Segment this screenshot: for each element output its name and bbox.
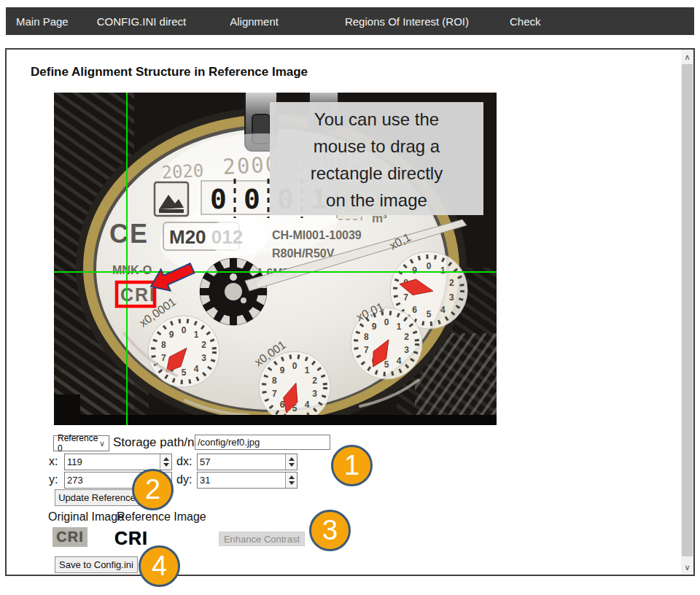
svg-text:1: 1: [305, 365, 310, 376]
dy-spinner[interactable]: [285, 472, 297, 488]
svg-text:3: 3: [404, 345, 409, 355]
svg-text:MNK-O: MNK-O: [112, 264, 152, 276]
spinner-up-icon[interactable]: [163, 457, 169, 461]
svg-text:CE: CE: [109, 219, 149, 249]
meter-star-wheel: [200, 258, 267, 325]
svg-text:9: 9: [169, 330, 174, 340]
svg-text:1: 1: [194, 330, 199, 340]
original-image-label: Original Image: [48, 510, 124, 524]
reference-select-value: Reference 0: [58, 433, 99, 454]
dx-input[interactable]: [197, 454, 298, 470]
scrollbar-up-icon[interactable]: ∧: [681, 50, 693, 64]
reference-image-thumbnail: CRI: [111, 526, 152, 551]
y-label: y:: [49, 473, 58, 486]
svg-text:8: 8: [272, 376, 277, 386]
frame-scrollbar[interactable]: ∧ ∨: [681, 50, 693, 575]
svg-text:2020: 2020: [161, 160, 204, 183]
svg-text:3: 3: [312, 389, 317, 399]
svg-text:1: 1: [397, 322, 402, 332]
dy-label: dy:: [176, 473, 192, 486]
spinner-up-icon[interactable]: [289, 457, 295, 461]
nav-item-regions-of-interest[interactable]: Regions Of Interest (ROI): [345, 15, 469, 28]
svg-text:4: 4: [397, 356, 402, 366]
nav-item-check[interactable]: Check: [510, 15, 541, 28]
callout-1: 1: [331, 445, 373, 486]
original-image-thumbnail: CRI: [52, 527, 88, 547]
x-spinner[interactable]: [160, 454, 171, 470]
svg-text:4: 4: [194, 364, 199, 374]
dy-input[interactable]: [197, 472, 298, 489]
nav-item-main-page[interactable]: Main Page: [16, 15, 69, 28]
update-reference-button[interactable]: Update Reference: [55, 489, 139, 506]
scrollbar-thumb[interactable]: [682, 64, 693, 556]
chevron-down-icon: ∨: [99, 439, 105, 448]
svg-text:5: 5: [182, 368, 187, 378]
svg-text:9: 9: [372, 322, 377, 332]
svg-text:0: 0: [244, 183, 260, 215]
svg-text:0: 0: [384, 317, 389, 327]
top-navbar: Main Page CONFIG.INI direct Alignment Re…: [6, 7, 694, 35]
svg-text:2: 2: [449, 278, 454, 288]
spinner-down-icon[interactable]: [289, 481, 295, 485]
svg-text:2: 2: [312, 376, 317, 386]
svg-text:2: 2: [404, 332, 409, 342]
svg-text:7: 7: [161, 353, 166, 363]
dx-spinner[interactable]: [285, 454, 297, 470]
dx-value-field[interactable]: [198, 454, 285, 470]
page-title: Define Alignment Structure in Reference …: [31, 65, 308, 79]
nav-item-config-ini-direct[interactable]: CONFIG.INI direct: [97, 15, 187, 28]
scrollbar-down-icon[interactable]: ∨: [681, 560, 693, 575]
callout-4: 4: [139, 545, 180, 587]
save-to-config-button[interactable]: Save to Config.ini: [55, 556, 138, 573]
svg-text:0: 0: [292, 361, 298, 371]
svg-text:R80H/R50V: R80H/R50V: [272, 247, 335, 260]
enhance-contrast-button[interactable]: Enhance Contrast: [219, 532, 305, 546]
svg-text:5: 5: [384, 359, 389, 370]
dx-label: dx:: [176, 455, 192, 468]
reference-image[interactable]: 2020 2000693005 0 0 0 1 6 m³: [54, 93, 497, 425]
drag-hint-overlay: You can use the mouse to drag a rectangl…: [270, 102, 483, 215]
svg-text:2: 2: [201, 340, 206, 350]
svg-text:5: 5: [427, 309, 432, 319]
callout-3: 3: [309, 510, 351, 551]
x-value-field[interactable]: [65, 454, 160, 470]
storage-path-input[interactable]: [195, 435, 330, 450]
svg-text:6: 6: [412, 305, 417, 315]
reference-select[interactable]: Reference 0 ∨: [53, 435, 109, 451]
meter-pictogram: [155, 182, 188, 216]
spinner-up-icon[interactable]: [289, 475, 295, 479]
svg-text:CH-MI001-10039: CH-MI001-10039: [272, 229, 362, 241]
svg-text:7: 7: [272, 389, 277, 399]
svg-text:3: 3: [201, 353, 206, 363]
svg-text:4: 4: [440, 305, 446, 315]
svg-text:7: 7: [403, 292, 408, 303]
x-input[interactable]: [64, 454, 172, 470]
svg-text:7: 7: [364, 345, 369, 355]
svg-text:0: 0: [210, 183, 227, 215]
spinner-down-icon[interactable]: [289, 463, 295, 467]
alignment-crosshair-horizontal: [54, 271, 497, 273]
dy-value-field[interactable]: [198, 472, 285, 488]
svg-text:9: 9: [280, 365, 285, 376]
nav-item-alignment[interactable]: Alignment: [230, 15, 279, 28]
spinner-down-icon[interactable]: [163, 463, 169, 467]
svg-text:3: 3: [449, 292, 454, 303]
svg-text:8: 8: [364, 332, 369, 342]
x-label: x:: [49, 455, 58, 468]
reference-image-label: Reference Image: [117, 510, 206, 524]
svg-text:0: 0: [182, 325, 187, 335]
svg-text:8: 8: [161, 340, 166, 350]
svg-text:4: 4: [305, 400, 310, 410]
callout-2: 2: [132, 469, 174, 510]
content-frame: Define Alignment Structure in Reference …: [5, 48, 695, 576]
svg-text:0: 0: [427, 261, 432, 271]
alignment-crosshair-vertical: [126, 93, 128, 425]
